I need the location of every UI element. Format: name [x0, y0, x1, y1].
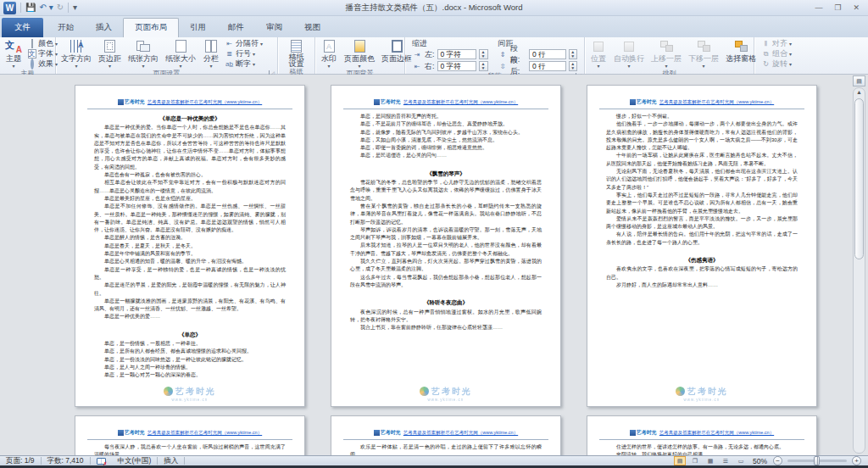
page-text-para: 单恋，是一颗心对另一颗心的深深的眷恋。 [94, 371, 286, 379]
zoom-slider-thumb[interactable] [814, 456, 820, 465]
orientation-icon [136, 40, 150, 53]
indent-right-input[interactable]: 0 字符 [437, 61, 476, 71]
theme-effects-button[interactable]: 效果▾ [27, 59, 58, 69]
watermark-button[interactable]: A 水印 ▾ [317, 38, 341, 70]
close-button[interactable]: ✕ [853, 3, 860, 12]
tab-mailings[interactable]: 邮件 [217, 19, 255, 37]
tab-home[interactable]: 开始 [47, 19, 85, 37]
wrap-text-button[interactable]: 自动换行 ▾ [610, 38, 648, 70]
tab-references[interactable]: 引用 [179, 19, 217, 37]
scroll-up-icon[interactable]: ▲ [854, 89, 865, 95]
zoom-out-button[interactable]: − [773, 456, 782, 465]
rotate-icon: ↻ [761, 60, 771, 68]
insert-mode-indicator[interactable]: 插入 [158, 456, 184, 465]
page-size-button[interactable]: 纸张大小 ▾ [162, 38, 199, 70]
orientation-button[interactable]: 纸张方向 ▾ [125, 38, 162, 70]
selection-pane-button[interactable]: 选择窗格 [722, 38, 760, 65]
indent-left-input[interactable]: 0 字符 [437, 49, 476, 59]
zoom-in-button[interactable]: + [852, 456, 861, 465]
page-text-para: 单恋是不加任何修饰、没有感情做作的。单恋是一丝伤感、一丝惆怅、一丝甜美、一丝质朴… [94, 203, 286, 234]
indent-left-stepper[interactable]: ▲▼ [479, 49, 488, 59]
header-link[interactable]: 艺考真题及答案解析尽在艺考时光网（www.yktime.cn） [659, 99, 774, 105]
selection-pane-icon [735, 41, 748, 52]
margins-button[interactable]: 页边距 ▾ [95, 38, 125, 70]
page-header: 艺考时光 艺考真题及答案解析尽在艺考时光网（www.yktime.cn） [75, 86, 304, 109]
breaks-button[interactable]: ⇤ 分隔符▾ [225, 39, 263, 48]
tab-page-layout[interactable]: 页面布局 [123, 18, 179, 37]
logo-icon [118, 99, 124, 105]
page-body: 住进怎样的世界，便讲述怎样的故事。有一条路，无论多远，都通向心底。光阴流转，我们… [587, 440, 816, 455]
grid-paper-setup-button[interactable]: 稿纸设置 [282, 38, 311, 68]
view-fullscreen-reading-button[interactable]: ❐ [689, 456, 701, 465]
customize-qat-icon[interactable]: ▾ [73, 3, 77, 12]
bring-forward-icon [660, 41, 673, 52]
redo-icon[interactable]: ↻ [57, 3, 64, 12]
header-link[interactable]: 艺考真题及答案解析尽在艺考时光网（www.yktime.cn） [403, 99, 518, 105]
page-body: 欢乐是一种体贴，若是清一色的吟唱，走过的路上便留下了许多难以忘怀的瞬间。那些遥远… [331, 440, 560, 455]
language-indicator[interactable]: 中文(中国) [112, 456, 158, 465]
header-logo: 艺考时光 [374, 98, 401, 106]
header-link[interactable]: 艺考真题及答案解析尽在艺考时光网（www.yktime.cn） [403, 430, 518, 436]
theme-colors-icon [31, 39, 33, 48]
header-logo: 艺考时光 [374, 429, 401, 437]
zoom-level[interactable]: 50% [750, 457, 770, 465]
minimize-button[interactable]: — [815, 3, 822, 12]
watermark-logo-icon [164, 387, 173, 396]
spacing-before-stepper[interactable]: ▲▼ [569, 49, 577, 59]
line-numbers-button[interactable]: ≣ 行号▾ [225, 49, 263, 58]
page-text-title: 《单恋是一种优美的爱》 [94, 114, 286, 122]
undo-icon[interactable]: ↶ ▾ [39, 3, 53, 12]
proofing-status[interactable] [91, 456, 112, 465]
group-objects-button[interactable]: ⧉ 组合▾ [761, 49, 792, 58]
hyphenation-button[interactable]: ab̲ 断字▾ [225, 59, 263, 69]
bring-forward-button[interactable]: 上移一层 ▾ [648, 38, 685, 70]
tab-insert[interactable]: 插入 [85, 19, 123, 37]
view-print-layout-button[interactable]: ▤ [674, 456, 686, 465]
document-page-3[interactable]: 艺考时光 艺考真题及答案解析尽在艺考时光网（www.yktime.cn） 慢步，… [587, 85, 817, 407]
page-text-para: 无论刮风下雨，无论春夏秋冬，每天清晨，他们都会出现在这条滨江大道上。认识的人们远… [606, 168, 798, 192]
tab-view[interactable]: 视图 [293, 19, 331, 37]
position-button[interactable]: 位置 ▾ [587, 38, 610, 70]
theme-fonts-button[interactable]: 文 字体▾ [27, 49, 58, 58]
document-page-1[interactable]: 艺考时光 艺考真题及答案解析尽在艺考时光网（www.yktime.cn） 《单恋… [75, 85, 305, 407]
tab-review[interactable]: 审阅 [255, 19, 293, 37]
document-page-4[interactable]: 艺考时光 艺考真题及答案解析尽在艺考时光网（www.yktime.cn） 每当夜… [75, 415, 305, 455]
text-direction-button[interactable]: 文字方向 ▾ [58, 38, 95, 70]
spacing-after-input[interactable]: 0 行 [529, 61, 566, 71]
align-button[interactable]: ⫴ 对齐▾ [761, 39, 792, 48]
theme-colors-button[interactable]: 颜色▾ [27, 39, 58, 48]
document-page-5[interactable]: 艺考时光 艺考真题及答案解析尽在艺考时光网（www.yktime.cn） 欢乐是… [331, 415, 561, 455]
scrollbar-thumb[interactable] [854, 98, 864, 259]
columns-button[interactable]: 分栏 ▾ [199, 38, 223, 70]
scrollbar-track[interactable]: ▲ [853, 87, 865, 454]
header-link[interactable]: 艺考真题及答案解析尽在艺考时光网（www.yktime.cn） [659, 430, 774, 436]
page-color-button[interactable]: 页面颜色 ▾ [341, 38, 378, 70]
document-page-2[interactable]: 艺考时光 艺考真题及答案解析尽在艺考时光网（www.yktime.cn） 单恋，… [331, 85, 561, 407]
view-draft-button[interactable]: ▭ [735, 456, 747, 465]
spacing-after-stepper[interactable]: ▲▼ [569, 61, 577, 71]
indent-right-stepper[interactable]: ▲▼ [479, 61, 488, 71]
page-text-spacer [606, 247, 798, 254]
spellcheck-icon [97, 458, 106, 465]
view-ruler-toggle[interactable]: ▤ [853, 75, 865, 86]
header-link[interactable]: 艺考真题及答案解析尽在艺考时光网（www.yktime.cn） [147, 99, 262, 105]
word-app-icon[interactable]: W [3, 2, 16, 14]
zoom-slider[interactable] [787, 460, 847, 462]
restore-button[interactable]: ❐ [834, 3, 841, 12]
rotate-button[interactable]: ↻ 旋转▾ [761, 59, 792, 69]
document-page-6[interactable]: 艺考时光 艺考真题及答案解析尽在艺考时光网（www.yktime.cn） 住进怎… [587, 415, 817, 455]
view-outline-button[interactable]: ☰ [720, 456, 732, 465]
send-backward-button[interactable]: 下移一层 ▾ [685, 38, 722, 70]
logo-icon [374, 430, 380, 436]
spacing-before-input[interactable]: 0 行 [529, 49, 566, 59]
word-count[interactable]: 字数: 7,410 [42, 456, 90, 465]
line-numbers-icon: ≣ [225, 50, 234, 58]
header-link[interactable]: 艺考真题及答案解析尽在艺考时光网（www.yktime.cn） [147, 430, 262, 436]
view-web-layout-button[interactable]: ▦ [704, 456, 716, 465]
save-icon[interactable]: 💾 [25, 3, 36, 12]
tab-file[interactable]: 文件 [2, 18, 43, 37]
themes-button[interactable]: 文A 主题 ▾ [2, 38, 25, 70]
page-indicator[interactable]: 页面: 1/9 [0, 456, 41, 465]
page-text-para: 这么多年过去，每当雪花飘起，我仍会想起那条小巷，想起那位老人，想起那一段在风雪中… [350, 274, 542, 290]
page-text-para: 单恋是一种优美的爱…… [94, 313, 286, 320]
